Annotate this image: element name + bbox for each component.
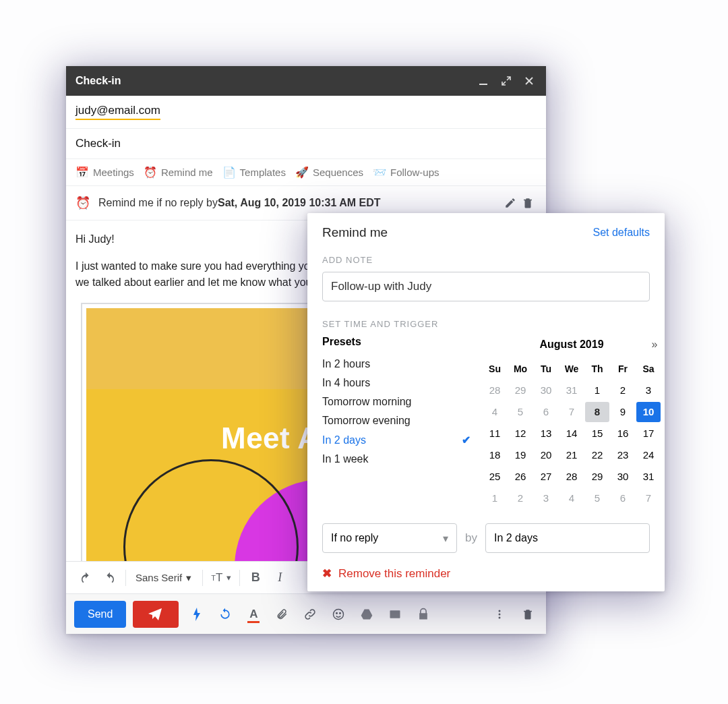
calendar-day[interactable]: 21 xyxy=(559,445,584,465)
preset-item[interactable]: In 4 hours xyxy=(322,374,471,392)
drive-icon[interactable] xyxy=(357,604,377,624)
font-size-icon[interactable]: TT ▾ xyxy=(207,566,235,589)
preset-item[interactable]: Tomorrow morning xyxy=(322,392,471,411)
calendar-day[interactable]: 22 xyxy=(585,445,609,465)
calendar-day[interactable]: 14 xyxy=(559,423,584,444)
preset-label: In 1 week xyxy=(322,453,368,465)
note-input[interactable] xyxy=(322,272,650,301)
expand-icon[interactable] xyxy=(499,74,514,88)
preset-item[interactable]: Tomorrow evening xyxy=(322,411,471,430)
trash-icon[interactable] xyxy=(518,604,538,624)
calendar-day[interactable]: 26 xyxy=(508,467,533,487)
calendar-day[interactable]: 16 xyxy=(611,423,635,444)
remind-me-panel: Remind me Set defaults ADD NOTE SET TIME… xyxy=(307,213,665,591)
delay-value: In 2 days xyxy=(494,532,538,544)
calendar-day[interactable]: 8 xyxy=(585,402,609,422)
toolbar-sequences[interactable]: 🚀 Sequences xyxy=(295,166,363,179)
font-select[interactable]: Sans Serif ▾ xyxy=(130,566,198,589)
calendar-day[interactable]: 29 xyxy=(508,380,533,401)
calendar-dow: We xyxy=(559,359,584,379)
calendar-day[interactable]: 7 xyxy=(559,402,584,422)
toolbar-templates[interactable]: 📄 Templates xyxy=(222,166,286,179)
calendar-day[interactable]: 31 xyxy=(559,380,584,401)
x-icon: ✖ xyxy=(322,566,332,581)
calendar-day[interactable]: 23 xyxy=(611,445,635,465)
calendar-day[interactable]: 10 xyxy=(636,402,661,422)
subject-text: Check-in xyxy=(75,137,121,150)
calendar-day[interactable]: 27 xyxy=(534,467,558,487)
calendar-day[interactable]: 4 xyxy=(483,402,507,422)
calendar-day[interactable]: 11 xyxy=(483,423,507,444)
calendar-day[interactable]: 1 xyxy=(585,380,609,401)
calendar-day[interactable]: 30 xyxy=(611,467,635,487)
calendar-day[interactable]: 13 xyxy=(534,423,558,444)
calendar-day[interactable]: 25 xyxy=(483,467,507,487)
calendar-dow: Tu xyxy=(534,359,558,379)
set-defaults-link[interactable]: Set defaults xyxy=(593,227,650,239)
calendar-day[interactable]: 18 xyxy=(483,445,507,465)
calendar-day[interactable]: 31 xyxy=(636,467,661,487)
calendar-day[interactable]: 17 xyxy=(636,423,661,444)
bolt-icon[interactable] xyxy=(187,604,207,624)
toolbar-followups[interactable]: 📨 Follow-ups xyxy=(373,166,439,179)
toolbar-remind-me[interactable]: ⏰ Remind me xyxy=(144,166,213,179)
toolbar-label: Sequences xyxy=(313,167,363,178)
trigger-select[interactable]: If no reply ▾ xyxy=(322,523,457,553)
calendar-day[interactable]: 3 xyxy=(636,380,661,401)
calendar-day[interactable]: 28 xyxy=(559,467,584,487)
undo-icon[interactable] xyxy=(74,566,97,589)
preset-item[interactable]: In 2 days✔ xyxy=(322,430,471,450)
emoji-icon[interactable] xyxy=(328,604,348,624)
remove-reminder[interactable]: ✖ Remove this reminder xyxy=(322,566,650,581)
calendar-day[interactable]: 5 xyxy=(585,488,609,508)
send-button[interactable]: Send xyxy=(74,601,126,628)
more-icon[interactable] xyxy=(489,604,510,624)
minimize-icon[interactable] xyxy=(476,74,491,88)
extension-toolbar: 📅 Meetings ⏰ Remind me 📄 Templates 🚀 Seq… xyxy=(66,159,546,186)
redo-icon[interactable] xyxy=(98,566,121,589)
lock-time-icon[interactable] xyxy=(413,604,433,624)
link-icon[interactable] xyxy=(300,604,320,624)
to-field-row[interactable]: judy@email.com xyxy=(66,96,546,129)
delay-input[interactable]: In 2 days xyxy=(485,523,650,553)
close-icon[interactable] xyxy=(522,74,537,88)
calendar-day[interactable]: 4 xyxy=(559,488,584,508)
next-month-icon[interactable]: » xyxy=(648,339,661,351)
document-icon: 📄 xyxy=(222,166,236,179)
text-color-icon[interactable]: A xyxy=(243,604,264,624)
calendar-day[interactable]: 6 xyxy=(611,488,635,508)
trigger-row: If no reply ▾ by In 2 days xyxy=(322,523,650,553)
calendar-day[interactable]: 29 xyxy=(585,467,609,487)
image-icon[interactable] xyxy=(385,604,405,624)
calendar-day[interactable]: 3 xyxy=(534,488,558,508)
trash-icon[interactable] xyxy=(519,194,537,212)
preset-item[interactable]: In 1 week xyxy=(322,450,471,469)
calendar-day[interactable]: 28 xyxy=(483,380,507,401)
attach-icon[interactable] xyxy=(272,604,292,624)
calendar-day[interactable]: 5 xyxy=(508,402,533,422)
calendar-day[interactable]: 12 xyxy=(508,423,533,444)
toolbar-meetings[interactable]: 📅 Meetings xyxy=(75,166,134,179)
calendar-day[interactable]: 30 xyxy=(534,380,558,401)
calendar-day[interactable]: 2 xyxy=(611,380,635,401)
toolbar-label: Follow-ups xyxy=(390,167,439,178)
calendar-day[interactable]: 1 xyxy=(483,488,507,508)
bold-icon[interactable]: B xyxy=(244,566,267,589)
calendar-dow: Fr xyxy=(611,359,635,379)
calendar-day[interactable]: 9 xyxy=(611,402,635,422)
calendar-day[interactable]: 24 xyxy=(636,445,661,465)
calendar-day[interactable]: 15 xyxy=(585,423,609,444)
calendar-day[interactable]: 7 xyxy=(636,488,661,508)
send-later-button[interactable] xyxy=(133,601,179,628)
preset-item[interactable]: In 2 hours xyxy=(322,355,471,374)
edit-icon[interactable] xyxy=(502,194,519,212)
calendar-day[interactable]: 19 xyxy=(508,445,533,465)
recipient-chip[interactable]: judy@email.com xyxy=(75,104,160,120)
italic-icon[interactable]: I xyxy=(268,566,291,589)
calendar-day[interactable]: 6 xyxy=(534,402,558,422)
calendar-day[interactable]: 2 xyxy=(508,488,533,508)
calendar-day[interactable]: 20 xyxy=(534,445,558,465)
svg-point-5 xyxy=(499,610,501,612)
subject-field[interactable]: Check-in xyxy=(66,129,546,159)
refresh-icon[interactable] xyxy=(215,604,235,624)
